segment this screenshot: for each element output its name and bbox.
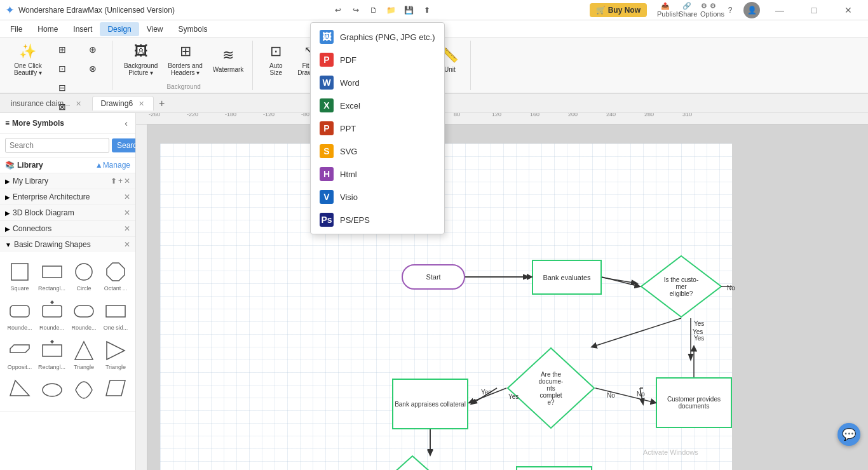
layout-btn1[interactable]: ⊞ <box>48 41 76 58</box>
new-tab-button[interactable]: + <box>155 98 168 109</box>
auto-size-button[interactable]: ⊡ AutoSize <box>261 41 291 79</box>
publish-button[interactable]: 📤 Publish <box>657 2 674 18</box>
node-bank-evaluates[interactable]: Bank evaluates <box>532 260 602 295</box>
svg-icon: S <box>320 144 334 158</box>
shape-circle[interactable]: Circle <box>69 257 98 294</box>
node-start[interactable]: Start <box>402 264 465 290</box>
menu-symbols[interactable]: Symbols <box>171 22 215 36</box>
redo-button[interactable]: ↪ <box>348 2 364 18</box>
3d-block-section: ▶ 3D Block Diagram ✕ <box>0 205 135 221</box>
tab-insurance-close[interactable]: ✕ <box>74 99 83 108</box>
watermark-button[interactable]: ≋ Watermark <box>209 41 248 79</box>
manage-button[interactable]: Manage <box>103 161 130 170</box>
3d-block-close-btn[interactable]: ✕ <box>124 208 130 217</box>
my-library-header[interactable]: ▶ My Library ⬆ + ✕ <box>0 173 135 189</box>
svg-rect-0 <box>11 264 28 280</box>
shape-partial1[interactable] <box>5 375 34 406</box>
menu-file[interactable]: File <box>3 22 30 36</box>
shape-triangle1[interactable]: Triangle <box>69 336 98 373</box>
undo-button[interactable]: ↩ <box>330 2 346 18</box>
3d-block-header[interactable]: ▶ 3D Block Diagram ✕ <box>0 205 135 220</box>
one-click-beautify-button[interactable]: ✨ One ClickBeautify ▾ <box>10 41 46 79</box>
ps-eps-icon: Ps <box>320 213 334 227</box>
shape-rectangle2[interactable]: Rectangl... <box>37 336 67 373</box>
close-button[interactable]: ✕ <box>834 0 863 20</box>
node-customer-provides[interactable]: Customer provides documents <box>656 377 732 428</box>
export-html[interactable]: H Html <box>311 163 444 185</box>
node-bank-approves[interactable]: Bank approves loan <box>516 466 592 470</box>
menu-home[interactable]: Home <box>30 22 65 36</box>
node-collateral[interactable]: Is thecollate-ralsufficie-nt? <box>367 455 459 470</box>
app-title: Wondershare EdrawMax (Unlicensed Version… <box>18 6 175 15</box>
layout-btn5[interactable]: ⊕ <box>79 41 107 58</box>
menu-design[interactable]: Design <box>100 22 139 36</box>
buy-now-button[interactable]: 🛒 Buy Now <box>590 3 647 17</box>
connectors-header[interactable]: ▶ Connectors ✕ <box>0 221 135 236</box>
new-button[interactable]: 🗋 <box>365 2 382 18</box>
node-documents[interactable]: Are thedocume-ntscomplete? <box>506 347 595 429</box>
export-graphics[interactable]: 🖼 Graphics (PNG, JPG etc.) <box>311 25 444 48</box>
canvas-content[interactable]: Yes Yes No Yes <box>147 124 868 470</box>
enterprise-close-btn[interactable]: ✕ <box>124 192 130 201</box>
options-button[interactable]: ⚙ ⚙ Options <box>700 2 717 18</box>
shape-partial4[interactable] <box>101 375 130 406</box>
minimize-button[interactable]: — <box>765 0 794 20</box>
shape-one-side[interactable]: One sid... <box>101 297 130 333</box>
tab-drawing6[interactable]: Drawing6 ✕ <box>92 96 154 111</box>
menu-insert[interactable]: Insert <box>65 22 100 36</box>
sidebar-collapse-button[interactable]: ‹ <box>122 117 130 130</box>
shape-rounded-rect3[interactable]: Rounde... <box>69 297 98 333</box>
export-word[interactable]: W Word <box>311 71 444 94</box>
background-picture-button[interactable]: 🖼 BackgroundPicture ▾ <box>120 41 161 79</box>
assistant-button[interactable]: 💬 <box>837 423 860 446</box>
export-ppt[interactable]: P PPT <box>311 117 444 140</box>
menu-view[interactable]: View <box>139 22 171 36</box>
canvas-area[interactable]: -260 -220 -180 -120 -80 -30 0 40 80 120 … <box>136 113 868 470</box>
enterprise-header[interactable]: ▶ Enterprise Architecture ✕ <box>0 189 135 205</box>
shape-opposite[interactable]: Opposit... <box>5 336 34 373</box>
svg-marker-8 <box>10 345 29 352</box>
shape-partial2[interactable] <box>37 375 67 406</box>
basic-shapes-header[interactable]: ▼ Basic Drawing Shapes ✕ <box>0 237 135 252</box>
search-button[interactable]: Search <box>112 138 136 152</box>
node-bank-appraises[interactable]: Bank appraises collateral <box>392 379 468 429</box>
layout-btn2[interactable]: ⊡ <box>48 60 76 77</box>
library-icon: 📚 <box>5 161 15 170</box>
connectors-close-btn[interactable]: ✕ <box>124 224 130 233</box>
tab-insurance[interactable]: insurance claim... ✕ <box>3 96 91 111</box>
search-input[interactable] <box>5 138 109 153</box>
basic-shapes-arrow: ▼ <box>5 241 11 248</box>
maximize-button[interactable]: □ <box>799 0 829 20</box>
export-visio[interactable]: V Visio <box>311 185 444 208</box>
export-ps-eps[interactable]: Ps PS/EPS <box>311 208 444 231</box>
shape-partial3[interactable] <box>69 375 98 406</box>
export-excel[interactable]: X Excel <box>311 94 444 117</box>
basic-shapes-close-btn[interactable]: ✕ <box>124 240 130 249</box>
my-library-add-btn[interactable]: + <box>118 177 123 185</box>
shape-rounded-rect2[interactable]: Rounde... <box>37 297 67 333</box>
drawing-paper[interactable]: Yes Yes No Yes <box>160 144 732 470</box>
beautify-small-buttons2: ⊕ ⊗ <box>79 41 107 77</box>
open-button[interactable]: 📁 <box>383 2 400 18</box>
export-button[interactable]: ⬆ <box>419 2 435 18</box>
shape-octagon[interactable]: Octant ... <box>101 257 130 294</box>
shape-rounded-rect1[interactable]: Rounde... <box>5 297 34 333</box>
export-svg[interactable]: S SVG <box>311 140 444 163</box>
shape-rectangle[interactable]: Rectangl... <box>37 257 67 294</box>
save-button[interactable]: 💾 <box>401 2 417 18</box>
layout-btn6[interactable]: ⊗ <box>79 60 107 77</box>
export-word-label: Word <box>340 78 360 88</box>
share-button[interactable]: 🔗 Share <box>679 2 695 18</box>
user-avatar[interactable]: 👤 <box>743 2 760 18</box>
export-pdf[interactable]: P PDF <box>311 48 444 71</box>
my-library-export-btn[interactable]: ⬆ <box>111 177 117 185</box>
tab-drawing6-close[interactable]: ✕ <box>137 99 146 108</box>
help-button[interactable]: ? <box>722 2 738 18</box>
ribbon-group-background: 🖼 BackgroundPicture ▾ ⊞ Borders andHeade… <box>115 41 253 90</box>
node-eligible[interactable]: Is the custo-mereligible? <box>640 255 722 318</box>
shape-square[interactable]: Square <box>5 257 34 294</box>
shape-triangle2[interactable]: Triangle <box>101 336 130 373</box>
borders-headers-button[interactable]: ⊞ Borders andHeaders ▾ <box>164 41 206 79</box>
layout-btn3[interactable]: ⊟ <box>48 79 76 97</box>
my-library-close-btn[interactable]: ✕ <box>124 177 130 185</box>
